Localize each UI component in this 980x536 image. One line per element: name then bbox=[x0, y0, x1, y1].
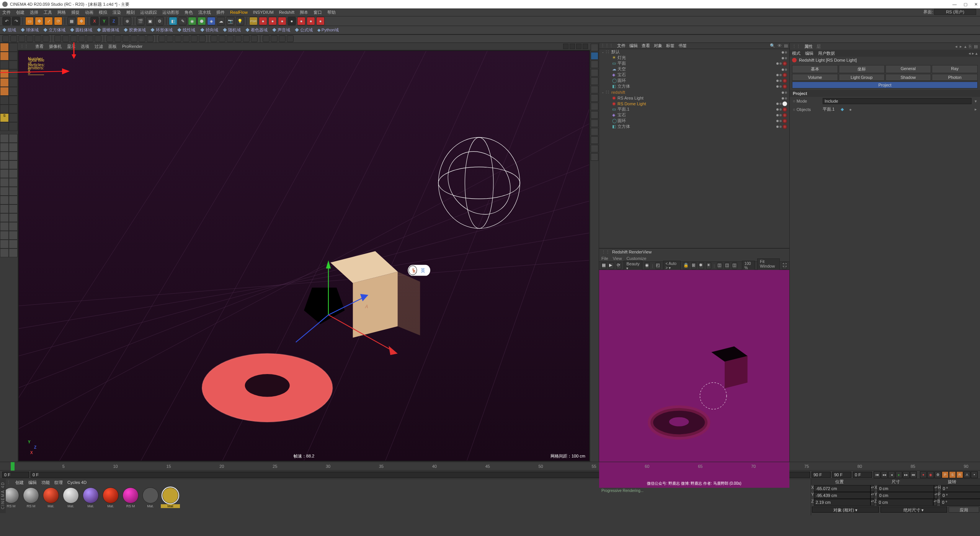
tool-btn[interactable] bbox=[0, 105, 9, 113]
step-fwd[interactable]: ▸▸ bbox=[903, 471, 910, 478]
mat-menu-纹理[interactable]: 纹理 bbox=[54, 480, 63, 485]
attr-tab-Shadow[interactable]: Shadow bbox=[885, 74, 931, 81]
key-a[interactable]: A bbox=[964, 471, 970, 478]
pos-X[interactable] bbox=[814, 485, 871, 492]
vp-nav-4[interactable] bbox=[583, 44, 588, 49]
rv-snap2[interactable]: ◫ bbox=[725, 262, 730, 269]
field-圆锥体域[interactable]: ◆ 圆锥体域 bbox=[97, 27, 119, 33]
texture-swatch[interactable] bbox=[9, 160, 18, 169]
attr-tab-坐标[interactable]: 坐标 bbox=[839, 65, 885, 73]
mat-menu-功能[interactable]: 功能 bbox=[41, 480, 50, 485]
texture-swatch[interactable] bbox=[9, 134, 18, 143]
object-tree[interactable]: -⸬默认☀灯光▭平面☁天空◈宝石◯圆环◧立方体-⸬redshift◉RS Are… bbox=[599, 49, 789, 248]
vp-menu-过滤[interactable]: 过滤 bbox=[95, 44, 103, 49]
menu-雕刻[interactable]: 雕刻 bbox=[126, 10, 135, 15]
attr-tab-Ray[interactable]: Ray bbox=[932, 65, 978, 73]
menu-Redshift[interactable]: Redshift bbox=[279, 10, 294, 15]
menu-RealFlow[interactable]: RealFlow bbox=[230, 10, 248, 15]
tool-icon[interactable] bbox=[122, 35, 129, 42]
vp-nav-3[interactable] bbox=[576, 44, 581, 49]
rec-button[interactable]: ● bbox=[920, 471, 927, 478]
tool-icon[interactable] bbox=[211, 35, 217, 42]
perspective-viewport[interactable]: // not executing inside svg; drawn via s… bbox=[18, 51, 590, 461]
coord-apply-button[interactable]: 应用 bbox=[949, 507, 979, 513]
tool-icon[interactable] bbox=[70, 35, 77, 42]
menu-捕捉[interactable]: 捕捉 bbox=[71, 10, 80, 15]
texture-swatch[interactable] bbox=[0, 178, 9, 187]
key-s[interactable]: S bbox=[949, 471, 956, 478]
panel-grip[interactable]: ⋮⋮ bbox=[20, 44, 28, 49]
attr-tab-Project[interactable]: Project bbox=[792, 82, 978, 88]
minimize-button[interactable]: — bbox=[952, 2, 957, 7]
field-Python域[interactable]: ◆ Python域 bbox=[317, 27, 339, 33]
texture-swatch[interactable] bbox=[0, 204, 9, 213]
vp-tool[interactable] bbox=[591, 119, 598, 127]
rv-snap1[interactable]: ◫ bbox=[717, 262, 722, 269]
menu-运动跟踪[interactable]: 运动跟踪 bbox=[140, 10, 157, 15]
tab-layers[interactable]: 层 bbox=[817, 44, 821, 49]
material-RS M[interactable]: RS M bbox=[121, 487, 140, 508]
tool-btn[interactable] bbox=[9, 43, 18, 52]
close-button[interactable]: ✕ bbox=[974, 2, 978, 7]
obj-tab-文件[interactable]: 文件 bbox=[617, 43, 626, 48]
tree-item-灯光[interactable]: ☀灯光 bbox=[599, 55, 789, 60]
step-back[interactable]: ◂◂ bbox=[881, 471, 888, 478]
tree-item-天空[interactable]: ☁天空 bbox=[599, 66, 789, 72]
tool-btn[interactable] bbox=[9, 87, 18, 96]
tree-item-立方体[interactable]: ◧立方体 bbox=[599, 124, 789, 129]
key-opt[interactable]: ⚙ bbox=[934, 471, 941, 478]
tool-btn[interactable] bbox=[9, 105, 18, 113]
texture-swatch[interactable] bbox=[0, 143, 9, 152]
field-组域[interactable]: ◆ 组域 bbox=[2, 27, 16, 33]
tree-item-平面.1[interactable]: ▭平面.1 bbox=[599, 106, 789, 112]
tool-btn[interactable] bbox=[9, 52, 18, 60]
menu-脚本[interactable]: 脚本 bbox=[300, 10, 308, 15]
recent-tool[interactable]: ▦ bbox=[67, 17, 76, 25]
rec-5[interactable]: ● bbox=[297, 17, 305, 25]
material-Mat.[interactable]: Mat. bbox=[101, 487, 120, 508]
coord-system[interactable]: ⊕ bbox=[123, 17, 131, 25]
play-back[interactable]: ◂ bbox=[888, 471, 895, 478]
material-Mat.[interactable]: Mat. bbox=[61, 487, 80, 508]
timeline-playhead[interactable] bbox=[11, 462, 15, 471]
light-tool[interactable]: 💡 bbox=[236, 17, 244, 25]
obj-tab-书签[interactable]: 书签 bbox=[678, 43, 687, 48]
renderview-canvas[interactable]: 微信公众号: 野鹿志 微博: 野鹿志 作者: 马鹿野郎 (0.00s) bbox=[599, 270, 789, 488]
rv-snap[interactable]: ✱ bbox=[699, 262, 704, 269]
layout-selector[interactable]: 界面: RS (用户) bbox=[923, 9, 976, 15]
tree-item-redshift[interactable]: -⸬redshift bbox=[599, 89, 789, 95]
tool-icon[interactable] bbox=[227, 35, 234, 42]
rec-6[interactable]: ● bbox=[307, 17, 315, 25]
cube-primitive[interactable]: ◧ bbox=[169, 17, 177, 25]
menu-网格[interactable]: 网格 bbox=[57, 10, 66, 15]
attr-tool[interactable]: ▤ bbox=[974, 44, 978, 49]
texture-swatch[interactable] bbox=[0, 213, 9, 222]
tree-item-宝石[interactable]: ◈宝石 bbox=[599, 112, 789, 118]
attr-sub-编辑[interactable]: 编辑 bbox=[805, 51, 813, 56]
panel-grip[interactable]: ⋮⋮⋮ bbox=[601, 43, 613, 48]
field-球体域[interactable]: ◆ 球体域 bbox=[21, 27, 39, 33]
obj-tab-对象[interactable]: 对象 bbox=[654, 43, 662, 48]
tool-icon[interactable] bbox=[183, 35, 189, 42]
vp-tool[interactable] bbox=[591, 145, 598, 152]
object-mode[interactable] bbox=[0, 52, 9, 60]
dropdown-arrow-icon[interactable]: ▾ bbox=[975, 99, 977, 104]
tool-icon[interactable] bbox=[175, 35, 181, 42]
generator-tool[interactable]: ⬣ bbox=[198, 17, 206, 25]
texture-swatch[interactable] bbox=[9, 152, 18, 160]
eye-icon[interactable]: 👁 bbox=[777, 43, 782, 48]
tool-btn[interactable] bbox=[9, 60, 18, 69]
field-公式域[interactable]: ◆ 公式域 bbox=[295, 27, 313, 33]
layout-value[interactable]: RS (用户) bbox=[934, 9, 976, 15]
search-icon[interactable]: 🔍 bbox=[770, 43, 775, 48]
tool-icon[interactable] bbox=[62, 35, 69, 42]
rv-play-button[interactable]: ▶ bbox=[609, 262, 614, 269]
rv-snap3[interactable]: ◫ bbox=[732, 262, 737, 269]
texture-swatch[interactable] bbox=[0, 196, 9, 204]
tool-icon[interactable] bbox=[54, 35, 61, 42]
rec-2[interactable]: ● bbox=[268, 17, 277, 25]
texture-swatch[interactable] bbox=[9, 204, 18, 213]
tree-item-圆环[interactable]: ◯圆环 bbox=[599, 78, 789, 83]
render-settings[interactable]: ⚙ bbox=[155, 17, 164, 25]
attr-tab-Light Group[interactable]: Light Group bbox=[839, 74, 885, 81]
